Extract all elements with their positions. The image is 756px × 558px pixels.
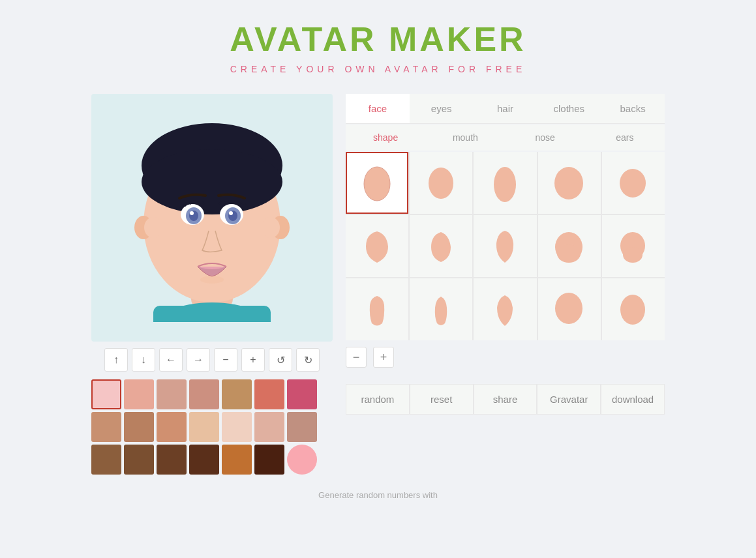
subtab-ears[interactable]: ears xyxy=(585,125,665,151)
face-shape-13[interactable] xyxy=(474,278,536,340)
svg-rect-2 xyxy=(153,306,271,322)
action-buttons: random reset share Gravatar download xyxy=(346,384,665,415)
skin-swatch[interactable] xyxy=(254,379,284,409)
face-shape-10[interactable] xyxy=(602,215,665,277)
svg-point-29 xyxy=(620,295,645,325)
move-left-button[interactable]: ← xyxy=(159,348,183,372)
tab-eyes[interactable]: eyes xyxy=(410,94,474,123)
page-title: AVATAR MAKER xyxy=(0,20,756,59)
face-shape-1[interactable] xyxy=(346,152,408,214)
svg-point-17 xyxy=(229,211,233,215)
skin-swatch[interactable] xyxy=(189,445,219,475)
subtab-nose[interactable]: nose xyxy=(506,125,585,151)
face-shape-9[interactable] xyxy=(538,215,601,277)
skin-swatch[interactable] xyxy=(254,445,284,475)
avatar-canvas xyxy=(91,94,333,342)
skin-swatch[interactable] xyxy=(189,412,219,442)
skin-swatch[interactable] xyxy=(124,412,154,442)
skin-swatch[interactable] xyxy=(91,412,121,442)
skin-swatch[interactable] xyxy=(157,379,187,409)
svg-point-22 xyxy=(554,167,583,199)
face-shape-6[interactable] xyxy=(346,215,408,277)
svg-point-18 xyxy=(200,276,224,284)
swatch-row-2 xyxy=(91,412,333,442)
face-shape-5[interactable] xyxy=(602,152,665,214)
skin-swatches xyxy=(91,379,333,475)
main-tabs: face eyes hair clothes backs xyxy=(346,94,665,124)
random-button[interactable]: random xyxy=(346,384,410,415)
face-shape-14[interactable] xyxy=(538,278,601,340)
page-header: AVATAR MAKER CREATE YOUR OWN AVATAR FOR … xyxy=(0,0,756,87)
skin-swatch[interactable] xyxy=(287,412,317,442)
skin-swatch[interactable] xyxy=(91,379,121,409)
options-panel: face eyes hair clothes backs shape mouth… xyxy=(346,94,665,477)
move-down-button[interactable]: ↓ xyxy=(132,348,155,372)
move-up-button[interactable]: ↑ xyxy=(104,348,128,372)
grid-zoom-in-button[interactable]: + xyxy=(373,347,394,368)
skin-swatch[interactable] xyxy=(91,445,121,475)
tab-hair[interactable]: hair xyxy=(474,94,537,123)
subtab-shape[interactable]: shape xyxy=(346,125,425,151)
share-button[interactable]: share xyxy=(474,384,537,415)
swatch-row-3 xyxy=(91,445,333,475)
svg-point-23 xyxy=(620,169,646,198)
content-area: ↑ ↓ ← → − + ↺ ↻ xyxy=(0,94,756,477)
redo-button[interactable]: ↻ xyxy=(296,348,320,372)
svg-point-21 xyxy=(494,167,516,202)
zoom-out-button[interactable]: − xyxy=(214,348,237,372)
avatar-panel: ↑ ↓ ← → − + ↺ ↻ xyxy=(91,94,333,477)
svg-point-16 xyxy=(190,211,194,215)
face-shape-8[interactable] xyxy=(474,215,536,277)
face-shape-7[interactable] xyxy=(410,215,472,277)
svg-point-25 xyxy=(557,244,581,263)
page-subtitle: CREATE YOUR OWN AVATAR FOR FREE xyxy=(0,64,756,74)
skin-swatch[interactable] xyxy=(287,379,317,409)
skin-swatch[interactable] xyxy=(157,445,187,475)
svg-point-27 xyxy=(623,247,643,263)
tab-clothes[interactable]: clothes xyxy=(537,94,601,123)
face-shape-15[interactable] xyxy=(602,278,665,340)
tab-face[interactable]: face xyxy=(346,94,410,123)
svg-point-9 xyxy=(262,217,280,238)
download-button[interactable]: download xyxy=(601,384,665,415)
svg-point-8 xyxy=(144,217,162,238)
face-shape-11[interactable] xyxy=(346,278,408,340)
svg-point-5 xyxy=(142,149,282,214)
reset-button[interactable]: reset xyxy=(410,384,474,415)
avatar-controls: ↑ ↓ ← → − + ↺ ↻ xyxy=(91,348,333,372)
skin-swatch[interactable] xyxy=(189,379,219,409)
svg-point-28 xyxy=(555,293,582,324)
tab-backs[interactable]: backs xyxy=(601,94,665,123)
skin-swatch[interactable] xyxy=(124,445,154,475)
swatch-row-1 xyxy=(91,379,333,409)
svg-point-19 xyxy=(364,167,390,201)
face-shape-2[interactable] xyxy=(410,152,472,214)
footer-text: Generate random numbers with xyxy=(0,477,756,513)
undo-button[interactable]: ↺ xyxy=(269,348,292,372)
grid-zoom-controls: − + xyxy=(346,340,665,374)
skin-swatch[interactable] xyxy=(124,379,154,409)
grid-zoom-out-button[interactable]: − xyxy=(346,347,367,368)
skin-swatch[interactable] xyxy=(157,412,187,442)
subtab-mouth[interactable]: mouth xyxy=(425,125,505,151)
svg-point-20 xyxy=(429,168,453,199)
face-shape-12[interactable] xyxy=(410,278,472,340)
skin-swatch[interactable] xyxy=(222,445,252,475)
skin-swatch[interactable] xyxy=(222,379,252,409)
sub-tabs: shape mouth nose ears xyxy=(346,125,665,151)
zoom-in-button[interactable]: + xyxy=(241,348,265,372)
skin-swatch[interactable] xyxy=(254,412,284,442)
face-shape-3[interactable] xyxy=(474,152,536,214)
face-shape-4[interactable] xyxy=(538,152,601,214)
avatar-svg xyxy=(121,113,303,322)
move-right-button[interactable]: → xyxy=(187,348,210,372)
gravatar-button[interactable]: Gravatar xyxy=(537,384,601,415)
skin-swatch[interactable] xyxy=(222,412,252,442)
face-shapes-grid xyxy=(346,152,665,340)
skin-swatch-circle[interactable] xyxy=(287,445,317,475)
